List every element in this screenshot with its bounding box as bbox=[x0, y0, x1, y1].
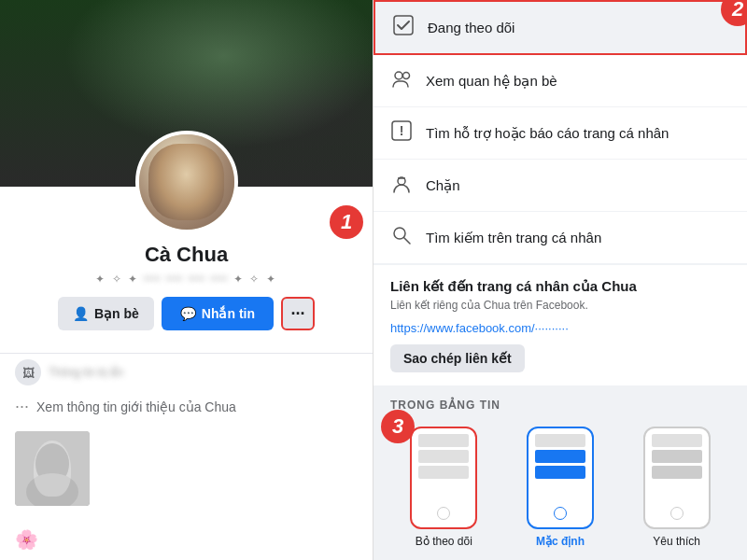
phone-option-bo-theo-doi[interactable]: 3 Bỏ theo dõi bbox=[390, 427, 498, 548]
menu-item-block[interactable]: Chặn bbox=[374, 160, 747, 212]
cover-photo bbox=[0, 0, 373, 187]
left-panel: 1 Cà Chua ✦ ✧ ✦ ••• ••• ••• ••• ✦ ✧ ✦ 👤 … bbox=[0, 0, 374, 560]
screen-bar-7 bbox=[652, 434, 702, 447]
messenger-icon: 💬 bbox=[180, 306, 196, 321]
phone-home-button-3 bbox=[670, 507, 684, 520]
link-url[interactable]: https://www.facebook.com/·········· bbox=[390, 321, 730, 335]
svg-point-4 bbox=[395, 72, 402, 79]
menu-item-report[interactable]: ! Tìm hỗ trợ hoặc báo cáo trang cá nhân bbox=[374, 107, 747, 160]
phone-mock-bo-theo-doi bbox=[410, 427, 477, 529]
phone-mock-mac-dinh bbox=[527, 427, 594, 529]
more-button[interactable]: ··· bbox=[281, 297, 315, 330]
svg-point-5 bbox=[403, 73, 410, 79]
info-row-blurred: 🖼 Thông tin bị ẩn bbox=[0, 354, 373, 391]
screen-bar-5 bbox=[535, 450, 585, 463]
svg-text:!: ! bbox=[400, 123, 404, 138]
phone-home-button bbox=[437, 507, 450, 520]
link-title: Liên kết đến trang cá nhân của Chua bbox=[390, 278, 730, 295]
copy-link-button[interactable]: Sao chép liên kết bbox=[390, 344, 525, 372]
phone-option-yeu-thich[interactable]: Yêu thích bbox=[623, 427, 730, 548]
menu-item-relationship[interactable]: Xem quan hệ bạn bè bbox=[374, 55, 747, 107]
photo-thumbnail bbox=[15, 431, 90, 506]
following-icon bbox=[392, 15, 415, 40]
info-icon: 🖼 bbox=[15, 359, 41, 385]
sparkle-text: ✦ ✧ ✦ ••• ••• ••• ••• ✦ ✧ ✦ bbox=[19, 273, 354, 286]
friend-icon: 👤 bbox=[73, 306, 89, 321]
badge-3: 3 bbox=[381, 410, 415, 443]
link-subtitle: Liên kết riêng của Chua trên Facebook. bbox=[390, 299, 730, 312]
screen-bar-4 bbox=[535, 434, 585, 447]
badge-2: 2 bbox=[721, 0, 747, 26]
trong-bang-tin-section: TRONG BẢNG TIN bbox=[374, 387, 747, 417]
dots-icon: ··· bbox=[15, 397, 29, 416]
relationship-icon bbox=[390, 68, 413, 93]
screen-bar-8 bbox=[652, 450, 702, 463]
svg-line-11 bbox=[404, 238, 411, 245]
svg-rect-0 bbox=[15, 431, 90, 506]
more-info-text: Xem thông tin giới thiệu của Chua bbox=[36, 399, 236, 414]
report-label: Tìm hỗ trợ hoặc báo cáo trang cá nhân bbox=[426, 125, 669, 142]
phone-options: 3 Bỏ theo dõi Mặc định bbox=[374, 417, 747, 560]
message-button[interactable]: 💬 Nhắn tin bbox=[162, 297, 274, 330]
bird-icon: 🌸 bbox=[15, 528, 38, 551]
action-buttons: 👤 Bạn bè 💬 Nhắn tin ··· bbox=[19, 297, 354, 330]
right-panel: Đang theo dõi 2 Xem quan hệ bạn bè ! Tìm… bbox=[374, 0, 747, 560]
bo-theo-doi-label: Bỏ theo dõi bbox=[416, 535, 472, 548]
profile-info: Cà Chua ✦ ✧ ✦ ••• ••• ••• ••• ✦ ✧ ✦ 👤 Bạ… bbox=[0, 243, 373, 353]
menu-item-following[interactable]: Đang theo dõi 2 bbox=[374, 0, 747, 55]
trong-bang-tin-label: TRONG BẢNG TIN bbox=[390, 399, 730, 412]
avatar bbox=[135, 131, 238, 233]
search-icon bbox=[390, 225, 413, 250]
search-label: Tìm kiếm trên trang cá nhân bbox=[426, 230, 601, 246]
relationship-label: Xem quan hệ bạn bè bbox=[426, 73, 557, 90]
mac-dinh-label: Mặc định bbox=[536, 535, 585, 548]
link-section: Liên kết đến trang cá nhân của Chua Liên… bbox=[374, 265, 747, 385]
phone-option-mac-dinh[interactable]: Mặc định bbox=[507, 427, 614, 548]
screen-bar-1 bbox=[418, 434, 469, 447]
block-label: Chặn bbox=[426, 177, 460, 194]
svg-point-1 bbox=[35, 443, 69, 484]
screen-bar-3 bbox=[418, 466, 469, 479]
phone-mock-yeu-thich bbox=[643, 427, 711, 529]
block-icon bbox=[390, 173, 413, 198]
report-icon: ! bbox=[390, 120, 413, 146]
profile-name: Cà Chua bbox=[19, 243, 354, 267]
following-label: Đang theo dõi bbox=[428, 20, 514, 35]
friend-button[interactable]: 👤 Bạn bè bbox=[58, 297, 154, 330]
menu-item-search[interactable]: Tìm kiếm trên trang cá nhân bbox=[374, 212, 747, 263]
phone-home-button-2 bbox=[554, 507, 567, 520]
more-info-row[interactable]: ··· Xem thông tin giới thiệu của Chua bbox=[0, 391, 373, 422]
screen-bar-9 bbox=[652, 466, 702, 479]
badge-1: 1 bbox=[330, 205, 363, 239]
screen-bar-6 bbox=[535, 466, 585, 479]
yeu-thich-label: Yêu thích bbox=[653, 535, 700, 548]
screen-bar-2 bbox=[418, 450, 469, 463]
menu-section: Đang theo dõi 2 Xem quan hệ bạn bè ! Tìm… bbox=[374, 0, 747, 263]
svg-point-2 bbox=[26, 473, 78, 506]
